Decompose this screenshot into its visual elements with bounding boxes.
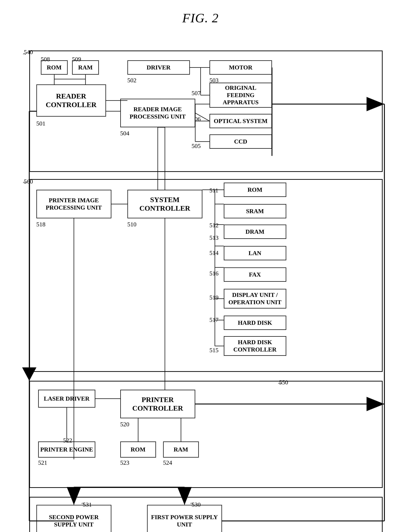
ref-511: 511 xyxy=(209,187,219,194)
box-display-unit: DISPLAY UNIT / OPERATION UNIT xyxy=(224,289,286,309)
ref-505: 505 xyxy=(192,143,201,149)
ref-517: 517 xyxy=(209,317,219,323)
box-printer-engine: PRINTER ENGINE xyxy=(38,442,95,457)
box-first-power: FIRST POWER SUPPLY UNIT xyxy=(147,505,222,532)
box-reader-image: READER IMAGE PROCESSING UNIT xyxy=(120,99,195,127)
ref-514: 514 xyxy=(209,250,219,256)
box-optical-system: OPTICAL SYSTEM xyxy=(209,114,272,128)
box-driver: DRIVER xyxy=(127,60,190,75)
box-laser-driver: LASER DRIVER xyxy=(38,390,95,408)
ref-504: 504 xyxy=(120,130,129,137)
box-sram: SRAM xyxy=(224,204,286,218)
box-printer-controller: PRINTER CONTROLLER xyxy=(120,390,195,418)
page-title: FIG. 2 xyxy=(0,0,401,33)
box-system-controller: SYSTEM CONTROLLER xyxy=(127,190,202,218)
box-ram-524: RAM xyxy=(163,442,199,457)
box-hard-disk: HARD DISK xyxy=(224,316,286,330)
box-printer-image: PRINTER IMAGE PROCESSING UNIT xyxy=(36,190,111,218)
ref-518: 518 xyxy=(36,221,45,228)
ref-502: 502 xyxy=(127,77,137,84)
ref-520: 520 xyxy=(120,421,129,428)
box-second-power: SECOND POWER SUPPLY UNIT xyxy=(36,505,111,532)
ref-508: 508 xyxy=(41,56,50,63)
box-fax: FAX xyxy=(224,267,286,282)
box-motor: MOTOR xyxy=(209,60,272,75)
ref-512: 512 xyxy=(209,222,219,229)
ref-510: 510 xyxy=(127,221,137,228)
ref-515: 515 xyxy=(209,347,219,354)
box-rom-523: ROM xyxy=(120,442,156,457)
box-ccd: CCD xyxy=(209,134,272,149)
ref-513: 513 xyxy=(209,234,219,241)
ref-522: 522 xyxy=(63,437,72,444)
ref-507: 507 xyxy=(192,90,201,97)
ref-523: 523 xyxy=(120,459,129,466)
ref-516: 516 xyxy=(209,270,219,277)
ref-519: 519 xyxy=(209,294,219,301)
box-lan: LAN xyxy=(224,246,286,260)
ref-521: 521 xyxy=(38,459,47,466)
box-reader-controller: READER CONTROLLER xyxy=(36,84,106,117)
ref-501: 501 xyxy=(36,120,45,127)
ref-509: 509 xyxy=(72,56,81,63)
box-dram: DRAM xyxy=(224,225,286,239)
ref-524: 524 xyxy=(163,459,172,466)
box-rom-511: ROM xyxy=(224,183,286,197)
box-hard-disk-controller: HARD DISK CONTROLLER xyxy=(224,336,286,356)
box-original-feeding: ORIGINAL FEEDING APPARATUS xyxy=(209,83,272,108)
